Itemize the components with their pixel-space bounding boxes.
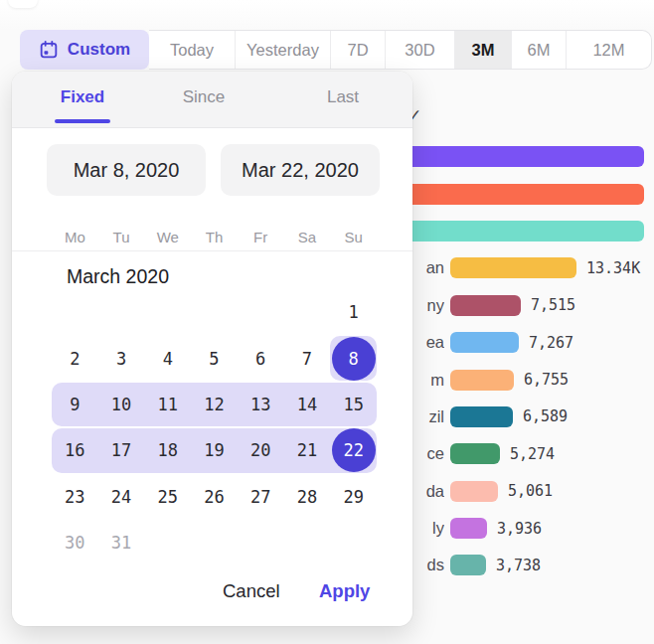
country-bar bbox=[450, 481, 498, 502]
custom-range-label: Custom bbox=[68, 40, 130, 60]
day-number: 20 bbox=[250, 440, 270, 460]
calendar-day[interactable]: 18 bbox=[144, 427, 191, 473]
calendar-day[interactable]: 27 bbox=[238, 474, 284, 520]
day-number: 17 bbox=[111, 440, 131, 460]
tab-since[interactable]: Since bbox=[164, 86, 244, 108]
apply-button[interactable]: Apply bbox=[313, 579, 376, 603]
preset-group: TodayYesterday7D30D3M6M12M bbox=[149, 30, 652, 70]
day-number: 10 bbox=[111, 395, 131, 414]
day-number: 15 bbox=[343, 395, 363, 414]
day-number: 3 bbox=[116, 349, 126, 369]
cancel-button[interactable]: Cancel bbox=[217, 579, 286, 603]
calendar-day[interactable]: 7 bbox=[284, 335, 331, 381]
calendar-day[interactable]: 21 bbox=[284, 427, 331, 473]
calendar-day[interactable]: 2 bbox=[52, 335, 98, 381]
preset-today[interactable]: Today bbox=[149, 31, 235, 69]
calendar-day[interactable]: 10 bbox=[98, 382, 145, 427]
calendar-day[interactable]: 16 bbox=[52, 427, 98, 473]
calendar-day bbox=[144, 289, 191, 335]
calendar-day[interactable]: 23 bbox=[52, 474, 98, 520]
calendar-day[interactable]: 24 bbox=[98, 474, 145, 520]
preset-7d[interactable]: 7D bbox=[330, 31, 385, 69]
day-number: 4 bbox=[163, 349, 173, 369]
calendar-day[interactable]: 6 bbox=[238, 335, 284, 381]
day-number: 1 bbox=[349, 302, 359, 322]
country-bar bbox=[450, 370, 514, 391]
day-number: 21 bbox=[297, 440, 317, 460]
picker-footer: Cancel Apply bbox=[12, 579, 412, 609]
country-value: 5,061 bbox=[508, 482, 553, 500]
day-number: 12 bbox=[204, 395, 224, 414]
country-value: 6,589 bbox=[523, 407, 568, 425]
day-number: 13 bbox=[250, 395, 270, 414]
calendar-day[interactable]: 4 bbox=[144, 335, 191, 381]
calendar-week-row: 1 bbox=[52, 289, 377, 335]
tab-fixed[interactable]: Fixed bbox=[43, 86, 122, 108]
day-number: 8 bbox=[349, 349, 359, 369]
calendar-day bbox=[191, 289, 238, 335]
country-bar bbox=[450, 518, 487, 539]
country-bar bbox=[450, 555, 486, 575]
tab-last[interactable]: Last bbox=[303, 86, 383, 108]
calendar-day[interactable]: 8 bbox=[330, 335, 377, 381]
calendar-grid: 1234567891011121314151617181920212223242… bbox=[52, 289, 377, 565]
weekday-row: MoTuWeThFrSaSu bbox=[52, 224, 377, 249]
calendar-day[interactable]: 26 bbox=[191, 474, 238, 520]
country-value: 13.34K bbox=[586, 259, 640, 277]
month-title: March 2020 bbox=[67, 265, 169, 288]
day-number: 16 bbox=[65, 440, 84, 460]
day-number: 23 bbox=[65, 487, 84, 507]
calendar-day[interactable]: 13 bbox=[238, 382, 284, 427]
weekday-label: Sa bbox=[284, 224, 331, 249]
calendar-day[interactable]: 11 bbox=[144, 382, 191, 427]
country-bar bbox=[450, 332, 519, 353]
calendar-icon bbox=[39, 40, 59, 60]
calendar-day bbox=[238, 289, 284, 335]
calendar-day bbox=[52, 289, 98, 335]
date-range-toolbar: Custom TodayYesterday7D30D3M6M12M bbox=[20, 30, 652, 70]
weekday-label: Fr bbox=[238, 224, 284, 249]
calendar-day bbox=[284, 289, 331, 335]
weekday-label: Tu bbox=[98, 224, 145, 249]
calendar-day[interactable]: 12 bbox=[191, 382, 238, 427]
calendar-day[interactable]: 9 bbox=[52, 382, 98, 427]
day-number: 7 bbox=[302, 349, 312, 369]
preset-30d[interactable]: 30D bbox=[385, 31, 454, 69]
country-bar bbox=[450, 406, 513, 427]
calendar-day[interactable]: 15 bbox=[330, 382, 377, 427]
calendar-day bbox=[284, 520, 331, 565]
calendar-day[interactable]: 31 bbox=[98, 520, 145, 565]
picker-tabs-header: Fixed Since Last bbox=[12, 72, 412, 128]
start-date-field[interactable]: Mar 8, 2020 bbox=[47, 144, 206, 196]
day-number: 30 bbox=[65, 533, 84, 553]
calendar-week-row: 9101112131415 bbox=[52, 382, 377, 427]
preset-yesterday[interactable]: Yesterday bbox=[235, 31, 330, 69]
preset-6m[interactable]: 6M bbox=[511, 31, 566, 69]
calendar-day[interactable]: 5 bbox=[191, 335, 238, 381]
day-number: 25 bbox=[158, 487, 178, 507]
day-number: 28 bbox=[297, 487, 317, 507]
weekday-label: Th bbox=[191, 224, 238, 249]
calendar-day[interactable]: 17 bbox=[98, 427, 145, 473]
calendar-day[interactable]: 3 bbox=[98, 335, 145, 381]
preset-12m[interactable]: 12M bbox=[566, 31, 651, 69]
calendar-day[interactable]: 20 bbox=[238, 427, 284, 473]
day-number: 2 bbox=[70, 349, 80, 369]
preset-3m[interactable]: 3M bbox=[454, 31, 511, 69]
custom-range-button[interactable]: Custom bbox=[20, 30, 149, 70]
day-number: 9 bbox=[70, 395, 80, 414]
day-number: 29 bbox=[343, 487, 363, 507]
end-date-field[interactable]: Mar 22, 2020 bbox=[221, 144, 380, 196]
calendar-day[interactable]: 30 bbox=[52, 520, 98, 565]
calendar-day[interactable]: 22 bbox=[330, 427, 377, 473]
day-number: 14 bbox=[297, 395, 317, 414]
day-number: 18 bbox=[158, 440, 178, 460]
calendar-day bbox=[98, 289, 145, 335]
calendar-day[interactable]: 28 bbox=[284, 474, 331, 520]
day-number: 24 bbox=[111, 487, 131, 507]
calendar-day[interactable]: 25 bbox=[144, 474, 191, 520]
calendar-day[interactable]: 29 bbox=[330, 474, 377, 520]
calendar-day[interactable]: 1 bbox=[330, 289, 377, 335]
calendar-day[interactable]: 14 bbox=[284, 382, 331, 427]
calendar-day[interactable]: 19 bbox=[191, 427, 238, 473]
